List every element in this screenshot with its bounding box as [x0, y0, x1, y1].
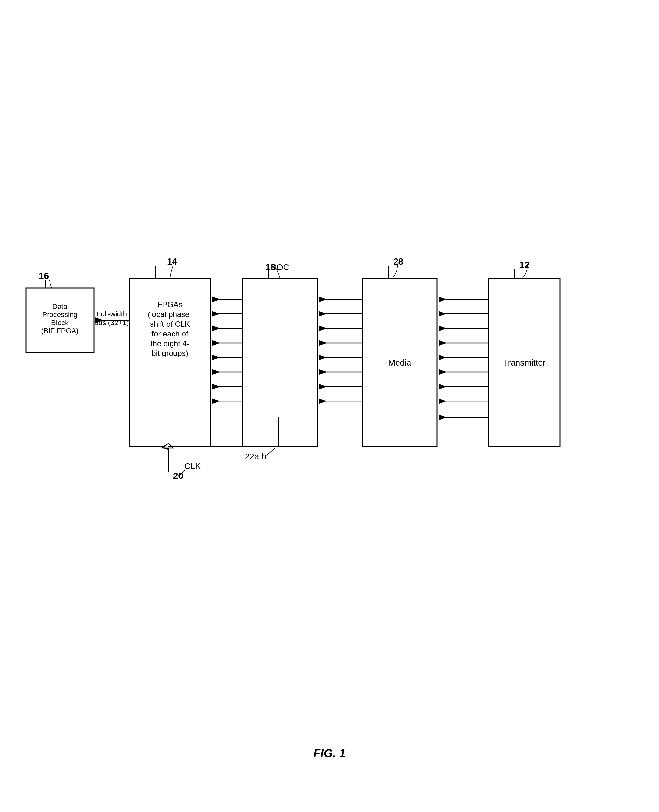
svg-text:FPGAs: FPGAs [157, 300, 182, 309]
svg-rect-3 [489, 278, 560, 447]
svg-rect-6 [129, 278, 210, 447]
svg-line-68 [265, 448, 275, 456]
svg-text:(BIF FPGA): (BIF FPGA) [41, 327, 79, 335]
svg-marker-35 [164, 443, 173, 448]
svg-text:(local phase-: (local phase- [148, 310, 192, 319]
svg-text:SOC: SOC [271, 262, 289, 272]
svg-text:20: 20 [173, 471, 183, 481]
svg-rect-4 [363, 278, 437, 447]
svg-text:14: 14 [167, 257, 177, 267]
svg-text:bus (32+1): bus (32+1) [95, 319, 129, 327]
svg-text:shift of CLK: shift of CLK [150, 319, 190, 328]
svg-text:Block: Block [51, 319, 69, 327]
svg-text:12: 12 [520, 260, 530, 270]
svg-rect-7 [26, 288, 94, 352]
svg-text:Full-width: Full-width [96, 310, 127, 318]
svg-text:18: 18 [265, 262, 276, 272]
svg-text:Data: Data [52, 302, 68, 310]
svg-text:28: 28 [393, 257, 403, 267]
svg-text:bit groups): bit groups) [151, 349, 188, 357]
svg-text:CLK: CLK [184, 461, 201, 471]
svg-line-66 [178, 470, 186, 476]
svg-text:22a-h: 22a-h [245, 452, 267, 461]
svg-line-70 [273, 268, 278, 270]
diagram-arrows: Transmitter Media SOC FPGAs (local phase… [19, 19, 634, 731]
svg-text:Processing: Processing [43, 310, 78, 319]
figure-caption: FIG. 1 [313, 747, 346, 760]
svg-text:16: 16 [39, 271, 49, 281]
svg-rect-5 [243, 278, 317, 447]
svg-text:for each of: for each of [151, 329, 188, 338]
svg-text:Media: Media [388, 358, 411, 368]
svg-text:Transmitter: Transmitter [503, 358, 546, 368]
svg-text:the eight 4-: the eight 4- [150, 339, 189, 348]
diagram-container: Transmitter Media SOC FPGAs (local phase… [19, 19, 634, 731]
